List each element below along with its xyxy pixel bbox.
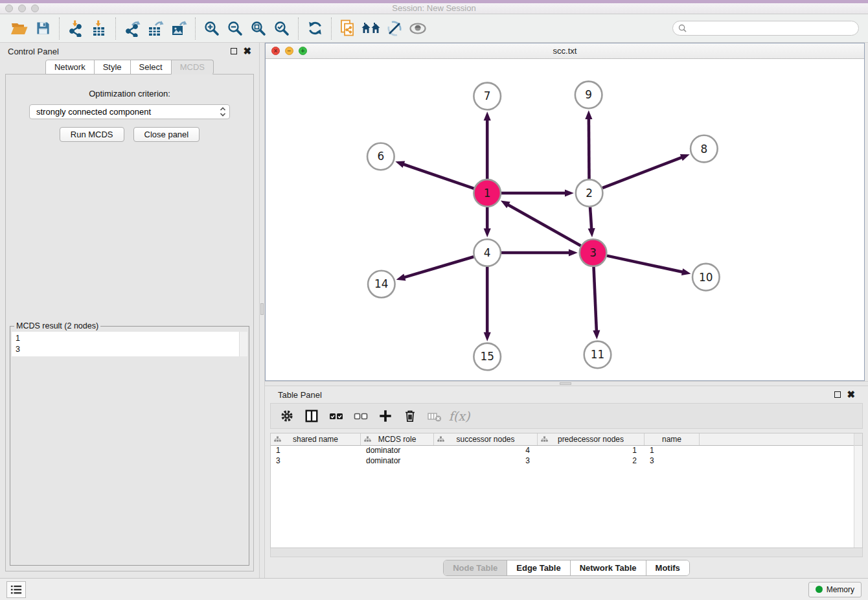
horizontal-divider[interactable] — [265, 381, 868, 386]
import-table-icon[interactable] — [87, 17, 111, 40]
eye-icon[interactable] — [406, 17, 429, 40]
svg-text:2: 2 — [586, 187, 593, 200]
graph-edge-3-11[interactable] — [594, 267, 597, 332]
table-row[interactable]: 1dominator411 — [271, 446, 862, 456]
table-cell-successor-nodes[interactable]: 4 — [434, 446, 538, 456]
graph-node-7[interactable]: 7 — [474, 83, 501, 110]
list-icon — [10, 584, 23, 595]
graph-node-2[interactable]: 2 — [576, 179, 603, 207]
run-mcds-button[interactable]: Run MCDS — [60, 127, 124, 142]
mcds-result-item: 3 — [16, 344, 244, 355]
graph-node-10[interactable]: 10 — [692, 264, 720, 291]
graph-edge-3-1[interactable] — [507, 204, 580, 246]
deselect-all-columns-icon[interactable] — [351, 406, 371, 426]
table-vertical-scrollbar[interactable] — [854, 433, 862, 548]
table-cell-successor-nodes[interactable]: 3 — [434, 456, 538, 467]
table-cell-predecessor-nodes[interactable]: 1 — [538, 446, 645, 456]
graph-node-3[interactable]: 3 — [580, 239, 607, 266]
table-cell-mcds-role[interactable]: dominator — [361, 456, 434, 467]
svg-text:4: 4 — [484, 246, 491, 259]
save-session-icon[interactable] — [31, 17, 54, 40]
table-cell-name[interactable]: 1 — [645, 446, 700, 456]
graph-edge-1-6[interactable] — [402, 164, 474, 189]
annotation-visibility-icon[interactable] — [383, 17, 406, 40]
table-cell-mcds-role[interactable]: dominator — [361, 446, 434, 456]
close-table-panel-icon[interactable]: ✖ — [847, 391, 855, 398]
column-header-name[interactable]: name — [645, 433, 700, 445]
svg-text:8: 8 — [700, 143, 707, 156]
svg-text:3: 3 — [589, 246, 597, 259]
result-scrollbar[interactable] — [239, 332, 247, 356]
memory-status-icon — [816, 586, 823, 593]
search-input[interactable] — [687, 24, 853, 33]
column-header-successor-nodes[interactable]: successor nodes — [434, 433, 538, 445]
column-header-mcds-role[interactable]: MCDS role — [361, 433, 434, 445]
tab-node-table[interactable]: Node Table — [444, 560, 507, 575]
float-table-panel-icon[interactable] — [834, 391, 841, 398]
svg-text:11: 11 — [591, 348, 604, 361]
column-header-shared-name[interactable]: shared name — [271, 433, 361, 445]
table-row[interactable]: 3dominator323 — [271, 456, 862, 467]
tab-motifs[interactable]: Motifs — [646, 560, 689, 575]
zoom-selected-icon[interactable] — [270, 17, 293, 40]
graph-node-1[interactable]: 1 — [474, 179, 501, 207]
graph-node-6[interactable]: 6 — [367, 143, 394, 170]
table-cell-shared-name[interactable]: 3 — [271, 456, 361, 467]
mcds-result-title: MCDS result (2 nodes) — [14, 321, 100, 330]
apply-function-icon[interactable]: f(x) — [450, 406, 469, 426]
task-history-button[interactable] — [6, 581, 26, 598]
network-graph[interactable]: 1234678910111415 — [266, 59, 864, 380]
open-file-icon[interactable] — [8, 17, 31, 40]
tab-mcds[interactable]: MCDS — [171, 60, 214, 75]
clone-network-icon[interactable] — [336, 17, 360, 40]
delete-row-icon[interactable] — [400, 406, 420, 426]
delete-column-icon[interactable] — [425, 406, 444, 426]
graph-node-9[interactable]: 9 — [575, 82, 602, 109]
column-header-predecessor-nodes[interactable]: predecessor nodes — [538, 433, 645, 445]
close-panel-button[interactable]: Close panel — [133, 127, 200, 142]
graph-edge-4-14[interactable] — [403, 257, 474, 277]
graph-edge-3-10[interactable] — [607, 256, 684, 273]
settings-gear-icon[interactable] — [277, 406, 297, 426]
control-panel: Control Panel ✖ NetworkStyleSelectMCDS O… — [0, 43, 259, 578]
memory-button[interactable]: Memory — [808, 582, 862, 597]
graph-node-8[interactable]: 8 — [691, 135, 718, 163]
table-tab-bar: Node TableEdge TableNetwork TableMotifs — [443, 560, 690, 576]
close-panel-icon[interactable]: ✖ — [243, 48, 251, 54]
tab-edge-table[interactable]: Edge Table — [507, 560, 569, 575]
graph-edge-2-3[interactable] — [590, 207, 591, 231]
table-cell-predecessor-nodes[interactable]: 2 — [538, 456, 645, 467]
graph-node-14[interactable]: 14 — [368, 271, 395, 298]
graph-edge-2-8[interactable] — [602, 157, 683, 188]
graph-edge-2-9[interactable] — [589, 117, 589, 179]
tab-network[interactable]: Network — [45, 60, 95, 75]
add-row-icon[interactable] — [376, 406, 395, 426]
search-box[interactable] — [672, 21, 859, 36]
tab-network-table[interactable]: Network Table — [570, 560, 646, 575]
zoom-in-icon[interactable] — [200, 17, 223, 40]
graph-node-15[interactable]: 15 — [474, 343, 501, 371]
show-columns-icon[interactable] — [302, 406, 321, 426]
network-canvas[interactable]: 1234678910111415 — [266, 59, 864, 380]
export-table-icon[interactable] — [144, 17, 167, 40]
export-network-icon[interactable] — [120, 17, 144, 40]
criterion-select[interactable]: strongly connected component — [29, 104, 230, 119]
select-all-columns-icon[interactable] — [326, 406, 346, 426]
zoom-fit-icon[interactable] — [247, 17, 270, 40]
graph-edge-arrow — [396, 274, 406, 281]
graph-node-11[interactable]: 11 — [584, 341, 611, 369]
graph-node-4[interactable]: 4 — [474, 239, 501, 266]
table-cell-shared-name[interactable]: 1 — [271, 446, 361, 456]
panel-divider[interactable] — [259, 43, 265, 578]
refresh-layout-icon[interactable] — [303, 17, 326, 40]
float-panel-icon[interactable] — [231, 48, 237, 54]
first-neighbors-icon[interactable] — [360, 17, 383, 40]
tab-style[interactable]: Style — [94, 60, 131, 75]
table-cell-name[interactable]: 3 — [645, 456, 700, 467]
import-network-icon[interactable] — [64, 17, 87, 40]
export-image-icon[interactable] — [167, 17, 190, 40]
zoom-out-icon[interactable] — [223, 17, 247, 40]
graph-edge-arrow — [680, 154, 690, 161]
table-horizontal-scrollbar[interactable] — [270, 548, 863, 557]
tab-select[interactable]: Select — [130, 60, 172, 75]
